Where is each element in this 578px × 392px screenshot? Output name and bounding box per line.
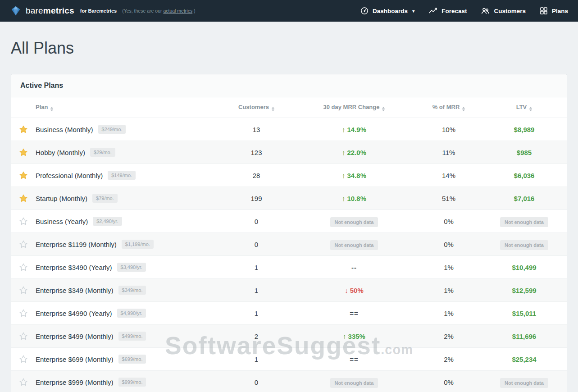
favorite-star-icon[interactable] <box>19 194 28 203</box>
mrr-change-cell: Not enough data <box>292 218 416 225</box>
mrr-percent: 0% <box>416 241 482 248</box>
nav-item-label: Customers <box>494 8 526 14</box>
favorite-star-icon[interactable] <box>19 125 28 134</box>
favorite-star-icon[interactable] <box>19 148 28 157</box>
not-enough-data-badge: Not enough data <box>330 217 378 227</box>
table-row: Enterprise $349 (Monthly) $349/mo. 1 ↓50… <box>11 279 567 302</box>
ltv-value: $7,016 <box>514 195 535 202</box>
column-header-ltv[interactable]: LTV <box>482 104 567 111</box>
column-header-customers[interactable]: Customers <box>220 104 292 111</box>
favorite-star-icon[interactable] <box>19 171 28 180</box>
plan-name[interactable]: Enterprise $1199 (Monthly) <box>36 241 117 248</box>
nav-item-customers[interactable]: Customers <box>480 6 526 15</box>
plan-price-badge: $999/mo. <box>118 378 146 387</box>
nav-item-dashboards[interactable]: Dashboards ▾ <box>360 6 414 15</box>
column-header-mrr-change[interactable]: 30 day MRR Change <box>292 104 416 111</box>
plan-price-badge: $29/mo. <box>90 148 115 157</box>
mrr-change-value: 14.9% <box>347 126 366 133</box>
plan-name[interactable]: Enterprise $3490 (Yearly) <box>36 264 112 271</box>
customers-count: 1 <box>220 264 292 271</box>
brand-note: (Yes, these are our actual metrics ) <box>122 8 195 14</box>
forecast-icon <box>428 6 438 15</box>
column-header-pct-of-mrr[interactable]: % of MRR <box>416 104 482 111</box>
table-row: Business (Monthly) $249/mo. 13 ↑14.9% 10… <box>11 118 567 141</box>
top-navbar: baremetrics for Baremetrics (Yes, these … <box>0 0 578 22</box>
mrr-percent: 2% <box>416 333 482 340</box>
chevron-down-icon: ▾ <box>412 9 414 14</box>
nav-item-label: Forecast <box>441 8 467 14</box>
ltv-cell: $15,011 <box>482 310 567 317</box>
customers-count: 1 <box>220 310 292 317</box>
favorite-star-icon[interactable] <box>19 240 28 249</box>
not-enough-data-badge: Not enough data <box>330 378 378 388</box>
favorite-star-icon[interactable] <box>19 263 28 272</box>
mrr-change-cell: ↑10.8% <box>292 195 416 202</box>
nav-item-plans[interactable]: Plans <box>539 6 568 15</box>
not-enough-data-badge: Not enough data <box>500 240 548 250</box>
table-row: Professional (Monthly) $149/mo. 28 ↑34.8… <box>11 164 567 187</box>
plan-price-badge: $1,199/mo. <box>122 240 154 249</box>
favorite-star-icon[interactable] <box>19 286 28 295</box>
customers-count: 123 <box>220 149 292 156</box>
arrow-up-icon: ↑ <box>342 126 346 133</box>
sort-icon <box>272 107 274 111</box>
brand[interactable]: baremetrics for Baremetrics (Yes, these … <box>10 5 196 17</box>
plan-price-badge: $699/mo. <box>118 355 146 364</box>
plan-price-badge: $149/mo. <box>108 171 136 180</box>
table-row: Hobby (Monthly) $29/mo. 123 ↑22.0% 11% $… <box>11 141 567 164</box>
plan-name[interactable]: Business (Yearly) <box>36 218 88 225</box>
mrr-change-value: == <box>350 356 359 363</box>
plan-name[interactable]: Enterprise $999 (Monthly) <box>36 378 114 386</box>
ltv-value: $12,599 <box>512 287 536 294</box>
favorite-star-icon[interactable] <box>19 217 28 226</box>
mrr-change-cell: ↓50% <box>292 287 416 294</box>
customers-count: 1 <box>220 287 292 294</box>
plan-name[interactable]: Hobby (Monthly) <box>36 149 85 156</box>
customers-count: 1 <box>220 356 292 363</box>
arrow-up-icon: ↑ <box>342 149 346 156</box>
actual-metrics-link[interactable]: actual metrics <box>163 8 192 14</box>
favorite-star-icon[interactable] <box>19 378 28 387</box>
table-row: Enterprise $499 (Monthly) $499/mo. 2 ↑33… <box>11 325 567 348</box>
plan-name[interactable]: Enterprise $499 (Monthly) <box>36 333 114 340</box>
mrr-percent: 1% <box>416 264 482 271</box>
ltv-value: $985 <box>517 149 532 156</box>
plan-name[interactable]: Business (Monthly) <box>36 126 93 133</box>
favorite-star-icon[interactable] <box>19 332 28 341</box>
nav-item-forecast[interactable]: Forecast <box>428 6 467 15</box>
column-header-plan[interactable]: Plan <box>36 104 220 111</box>
plan-name[interactable]: Enterprise $349 (Monthly) <box>36 287 114 294</box>
arrow-up-icon: ↑ <box>342 195 346 202</box>
mrr-change-cell: ↑22.0% <box>292 149 416 156</box>
plan-price-badge: $349/mo. <box>118 286 146 295</box>
favorite-star-icon[interactable] <box>19 309 28 318</box>
column-header-label: Plan <box>36 104 48 110</box>
mrr-change-value: -- <box>351 264 357 271</box>
mrr-percent: 51% <box>416 195 482 202</box>
plan-price-badge: $249/mo. <box>98 125 126 134</box>
page-title: All Plans <box>11 39 567 58</box>
arrow-down-icon: ↓ <box>345 287 348 294</box>
ltv-value: $15,011 <box>512 310 536 317</box>
ltv-value: $11,696 <box>512 333 536 340</box>
favorite-star-icon[interactable] <box>19 355 28 364</box>
mrr-change-cell: Not enough data <box>292 378 416 386</box>
ltv-cell: $7,016 <box>482 195 567 202</box>
table-row: Enterprise $3490 (Yearly) $3,490/yr. 1 -… <box>11 256 567 279</box>
mrr-change-cell: == <box>292 310 416 317</box>
plans-table-rows: Business (Monthly) $249/mo. 13 ↑14.9% 10… <box>11 118 567 392</box>
nav-items: Dashboards ▾ Forecast Customers <box>360 6 568 15</box>
plan-name[interactable]: Startup (Monthly) <box>36 195 87 202</box>
mrr-percent: 0% <box>416 218 482 225</box>
plan-price-badge: $79/mo. <box>92 194 118 203</box>
ltv-cell: Not enough data <box>482 378 567 386</box>
ltv-cell: Not enough data <box>482 218 567 225</box>
not-enough-data-badge: Not enough data <box>500 217 548 227</box>
plan-name[interactable]: Enterprise $699 (Monthly) <box>36 356 114 363</box>
plan-name[interactable]: Professional (Monthly) <box>36 172 103 179</box>
nav-item-label: Plans <box>552 8 568 14</box>
mrr-change-value: 50% <box>350 287 364 294</box>
customers-count: 13 <box>220 126 292 133</box>
plan-price-badge: $4,990/yr. <box>117 309 146 318</box>
plan-name[interactable]: Enterprise $4990 (Yearly) <box>36 310 112 317</box>
